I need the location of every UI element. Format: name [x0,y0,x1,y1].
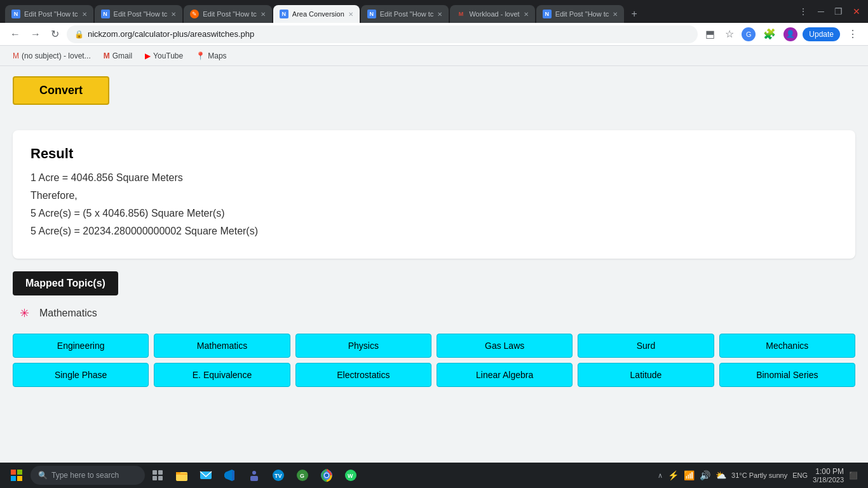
task-view-button[interactable] [147,465,168,485]
taskbar-green-app[interactable]: G [291,464,314,487]
taskbar-explorer[interactable] [170,464,193,487]
tab-title-1: Edit Post "How tc [24,10,78,18]
category-surd[interactable]: Surd [578,334,714,358]
window-controls: ⋮ ─ ❐ ✕ [796,5,863,18]
menu-button[interactable]: ⋮ [845,25,860,43]
taskbar-teamviewer[interactable]: TV [267,464,290,487]
cast-icon[interactable]: ⬒ [703,25,717,43]
taskbar-mail[interactable] [194,464,217,487]
category-engineering[interactable]: Engineering [13,334,149,358]
convert-button[interactable]: Convert [13,76,109,105]
tray-notification[interactable]: ⬛ [849,471,858,480]
tab-close-2[interactable]: ✕ [171,11,176,18]
category-row-1: Engineering Mathematics Physics Gas Laws… [13,334,855,358]
category-gas-laws[interactable]: Gas Laws [437,334,573,358]
tab-close-4[interactable]: ✕ [348,11,353,18]
taskbar-vscode[interactable] [219,464,241,487]
tab-title-6: Workload - lovet [469,10,519,18]
result-line-4: 5 Acre(s) = 20234.280000000002 Square Me… [31,226,837,237]
bookmark-youtube[interactable]: ▶ YouTube [140,49,188,63]
category-e-equivalence[interactable]: E. Equivalence [154,363,290,387]
category-electrostatics[interactable]: Electrostatics [295,363,431,387]
tab-7[interactable]: N Edit Post "How tc ✕ [536,5,625,23]
tab-favicon-7: N [543,10,552,18]
result-line-1: 1 Acre = 4046.856 Square Meters [31,172,837,184]
svg-rect-14 [250,476,258,481]
url-text: nickzom.org/calculator-plus/areaswitches… [88,29,254,39]
address-actions: ⬒ ☆ G 🧩 👤 Update ⋮ [703,25,860,43]
refresh-button[interactable]: ↻ [48,25,62,43]
tab-3[interactable]: ✎ Edit Post "How tc ✕ [184,5,272,23]
tab-bar: N Edit Post "How tc ✕ N Edit Post "How t… [5,0,789,23]
topic-mathematics: ✳ Mathematics [13,306,855,321]
bookmark-star-icon[interactable]: ☆ [722,25,736,43]
topic-mathematics-label: Mathematics [39,308,97,319]
new-tab-button[interactable]: + [625,5,643,23]
bookmark-maps-label: Maps [208,51,226,60]
result-box: Result 1 Acre = 4046.856 Square Meters T… [13,130,855,259]
tray-network-icon[interactable]: 📶 [684,470,695,480]
window-close-button[interactable]: ✕ [850,5,863,18]
svg-text:W: W [348,473,353,479]
svg-text:TV: TV [275,473,282,479]
tab-6-workload[interactable]: M Workload - lovet ✕ [450,5,534,23]
extensions-icon[interactable]: 🧩 [761,25,778,43]
category-latitude[interactable]: Latitude [578,363,714,387]
tab-close-7[interactable]: ✕ [613,11,618,18]
tray-clock[interactable]: 1:00 PM 3/18/2023 [813,467,844,484]
taskbar-search-box[interactable]: 🔍 Type here to search [31,466,145,485]
svg-rect-1 [17,470,22,475]
svg-rect-4 [153,470,157,475]
tab-5[interactable]: N Edit Post "How tc ✕ [361,5,449,23]
tray-time-display: 1:00 PM [813,467,844,476]
tab-close-3[interactable]: ✕ [261,11,266,18]
category-linear-algebra[interactable]: Linear Algebra [437,363,573,387]
tab-close-1[interactable]: ✕ [82,11,87,18]
tab-4-area-conversion[interactable]: N Area Conversion ✕ [273,5,360,23]
svg-rect-7 [158,476,163,480]
tray-arrow-up[interactable]: ∧ [658,471,663,480]
result-line-3: 5 Acre(s) = (5 x 4046.856) Square Meter(… [31,208,837,219]
weather-text: 31°C Partly sunny [731,471,787,479]
tab-favicon-2: N [101,10,110,18]
tab-title-5: Edit Post "How tc [380,10,434,18]
tab-close-6[interactable]: ✕ [524,11,529,18]
bookmark-maps[interactable]: 📍 Maps [191,49,231,63]
tab-title-4: Area Conversion [292,10,344,18]
tab-2[interactable]: N Edit Post "How tc ✕ [95,5,183,23]
category-single-phase[interactable]: Single Phase [13,363,149,387]
update-button[interactable]: Update [803,27,840,41]
category-physics[interactable]: Physics [295,334,431,358]
bookmark-gmail[interactable]: M Gmail [98,49,137,63]
bookmark-gmail-icon: M [13,51,19,60]
profile-icon[interactable]: 👤 [783,27,797,41]
window-more-button[interactable]: ⋮ [796,5,810,18]
tray-volume-icon[interactable]: 🔊 [700,470,710,480]
google-account-icon[interactable]: G [742,27,756,41]
mapped-topics-header: Mapped Topic(s) [13,271,118,295]
taskbar-whatsapp[interactable]: W [339,464,362,487]
bookmark-no-subject-label: (no subject) - lovet... [22,51,91,60]
category-mathematics[interactable]: Mathematics [154,334,290,358]
taskbar-chrome[interactable] [315,464,338,487]
back-button[interactable]: ← [8,26,23,43]
svg-marker-12 [232,471,234,481]
mapped-topics-section: Mapped Topic(s) ✳ Mathematics [13,271,855,321]
category-mechanics[interactable]: Mechanics [719,334,855,358]
url-bar[interactable]: 🔒 nickzom.org/calculator-plus/areaswitch… [67,25,698,43]
forward-button[interactable]: → [28,26,43,43]
tray-date-display: 3/18/2023 [813,476,844,484]
svg-rect-6 [153,476,157,480]
bookmark-no-subject[interactable]: M (no subject) - lovet... [8,49,96,63]
tray-bluetooth-icon[interactable]: ⚡ [668,470,679,480]
taskbar-teams[interactable] [243,464,266,487]
window-restore-button[interactable]: ❐ [832,5,845,18]
tab-close-5[interactable]: ✕ [437,11,442,18]
window-minimize-button[interactable]: ─ [815,5,827,18]
category-row-2: Single Phase E. Equivalence Electrostati… [13,363,855,387]
svg-rect-2 [11,476,16,481]
svg-point-21 [325,473,329,477]
category-binomial-series[interactable]: Binomial Series [719,363,855,387]
start-button[interactable] [5,464,28,487]
tab-1[interactable]: N Edit Post "How tc ✕ [5,5,93,23]
